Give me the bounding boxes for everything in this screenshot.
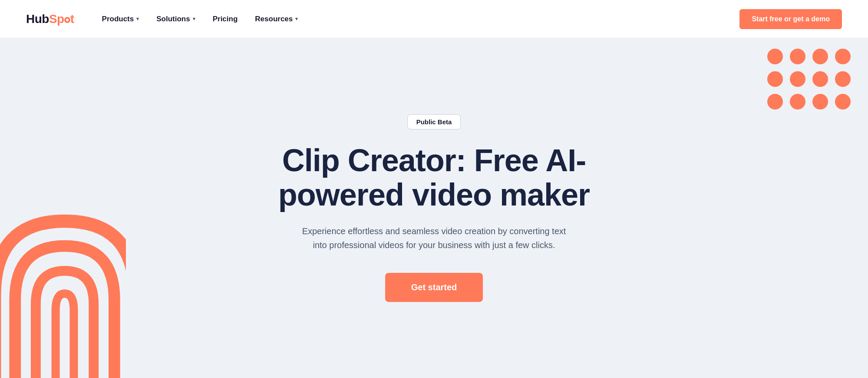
chevron-down-icon: ▾	[193, 16, 195, 22]
dot	[835, 49, 851, 64]
dot	[835, 94, 851, 109]
logo[interactable]: HubSp t	[26, 12, 74, 26]
hero-title: Clip Creator: Free AI-powered video make…	[278, 143, 591, 212]
dot	[767, 49, 783, 64]
dots-decoration	[767, 49, 851, 109]
dot	[790, 71, 805, 87]
hero-content: Public Beta Clip Creator: Free AI-powere…	[278, 114, 591, 302]
chevron-down-icon: ▾	[295, 16, 298, 22]
public-beta-badge: Public Beta	[407, 114, 461, 129]
navbar: HubSp t Products ▾ Solutions ▾ Pricing R…	[0, 0, 868, 38]
dot	[790, 94, 805, 109]
logo-text: HubSp t	[26, 12, 74, 26]
dot	[790, 49, 805, 64]
chevron-down-icon: ▾	[136, 16, 139, 22]
nav-pricing[interactable]: Pricing	[206, 10, 245, 28]
nav-products[interactable]: Products ▾	[95, 10, 146, 28]
dot	[835, 71, 851, 87]
dot	[812, 49, 828, 64]
start-free-button[interactable]: Start free or get a demo	[739, 9, 842, 29]
nav-resources[interactable]: Resources ▾	[248, 10, 305, 28]
get-started-button[interactable]: Get started	[385, 273, 483, 302]
arch-decoration	[0, 213, 126, 378]
dot	[767, 94, 783, 109]
hero-section: Public Beta Clip Creator: Free AI-powere…	[0, 38, 868, 378]
dot	[812, 71, 828, 87]
dot	[812, 94, 828, 109]
hero-subtitle: Experience effortless and seamless video…	[300, 224, 569, 252]
nav-solutions[interactable]: Solutions ▾	[149, 10, 202, 28]
nav-links: Products ▾ Solutions ▾ Pricing Resources…	[95, 10, 740, 28]
dot	[767, 71, 783, 87]
